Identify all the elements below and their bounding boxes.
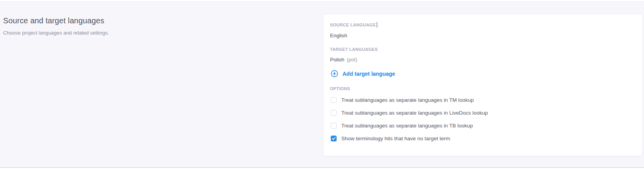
target-language-code: (pol) [347, 57, 357, 63]
option-tm-lookup-label[interactable]: Treat sublanguages as separate languages… [341, 97, 474, 103]
source-language-label: SOURCE LANGUAGE [330, 22, 635, 28]
text-cursor [377, 22, 377, 28]
source-language-value: English [330, 33, 635, 38]
section-description: Choose project languages and related set… [3, 30, 109, 36]
option-tb-lookup[interactable]: Treat sublanguages as separate languages… [331, 122, 635, 129]
option-terminology-hits[interactable]: Show terminology hits that have no targe… [331, 135, 635, 142]
languages-settings-section: Source and target languages Choose proje… [0, 2, 644, 167]
target-language-item: Polish(pol) [330, 57, 635, 63]
top-divider [0, 0, 644, 2]
option-livedocs-lookup[interactable]: Treat sublanguages as separate languages… [331, 109, 635, 117]
options-label: OPTIONS [330, 86, 635, 91]
source-language-label-text: SOURCE LANGUAGE [330, 23, 376, 27]
add-target-language-button[interactable]: Add target language [331, 70, 635, 77]
target-languages-label: TARGET LANGUAGES [330, 47, 635, 52]
checkbox-tb-lookup[interactable] [331, 123, 337, 129]
section-title: Source and target languages [3, 16, 104, 25]
plus-circle-icon [331, 70, 338, 77]
checkbox-terminology-hits[interactable] [331, 136, 337, 141]
option-tm-lookup[interactable]: Treat sublanguages as separate languages… [331, 96, 635, 104]
option-terminology-hits-label[interactable]: Show terminology hits that have no targe… [341, 136, 450, 141]
languages-card: SOURCE LANGUAGE English TARGET LANGUAGES… [323, 14, 643, 156]
target-language-name: Polish [330, 57, 344, 63]
option-tb-lookup-label[interactable]: Treat sublanguages as separate languages… [341, 123, 473, 129]
bottom-divider [0, 167, 644, 168]
checkbox-tm-lookup[interactable] [331, 97, 337, 103]
add-target-language-label[interactable]: Add target language [342, 71, 395, 77]
option-livedocs-lookup-label[interactable]: Treat sublanguages as separate languages… [341, 110, 488, 116]
checkbox-livedocs-lookup[interactable] [331, 110, 337, 116]
